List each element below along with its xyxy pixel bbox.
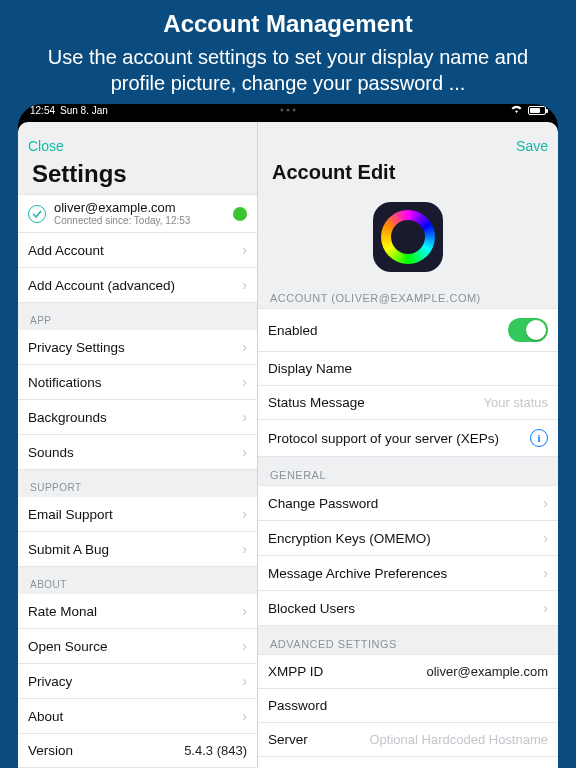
- add-account-row[interactable]: Add Account ›: [18, 233, 257, 268]
- email-support-row[interactable]: Email Support›: [18, 497, 257, 532]
- archive-prefs-row[interactable]: Message Archive Preferences›: [258, 556, 558, 591]
- battery-icon: [528, 106, 546, 115]
- chevron-right-icon: ›: [242, 673, 247, 689]
- sounds-row[interactable]: Sounds›: [18, 435, 257, 470]
- info-icon[interactable]: i: [530, 429, 548, 447]
- privacy-settings-row[interactable]: Privacy Settings›: [18, 330, 257, 365]
- add-account-advanced-row[interactable]: Add Account (advanced) ›: [18, 268, 257, 303]
- display-name-label: Display Name: [268, 361, 352, 376]
- open-source-row[interactable]: Open Source›: [18, 629, 257, 664]
- display-name-row[interactable]: Display Name: [258, 352, 558, 386]
- chevron-right-icon: ›: [242, 708, 247, 724]
- group-header-general: GENERAL: [258, 457, 558, 485]
- backgrounds-row[interactable]: Backgrounds›: [18, 400, 257, 435]
- enabled-label: Enabled: [268, 323, 318, 338]
- chevron-right-icon: ›: [543, 565, 548, 581]
- blocked-users-row[interactable]: Blocked Users›: [258, 591, 558, 626]
- xeps-row[interactable]: Protocol support of your server (XEPs) i: [258, 420, 558, 457]
- group-header-about: ABOUT: [18, 567, 257, 594]
- notifications-row[interactable]: Notifications›: [18, 365, 257, 400]
- group-header-account: ACCOUNT (OLIVER@EXAMPLE.COM): [258, 280, 558, 308]
- version-label: Version: [28, 743, 73, 758]
- rate-row[interactable]: Rate Monal›: [18, 594, 257, 629]
- account-row[interactable]: oliver@example.com Connected since: Toda…: [18, 194, 257, 233]
- enabled-row: Enabled: [258, 308, 558, 352]
- add-account-label: Add Account: [28, 243, 104, 258]
- chevron-right-icon: ›: [242, 603, 247, 619]
- chevron-right-icon: ›: [543, 600, 548, 616]
- chevron-right-icon: ›: [242, 541, 247, 557]
- chevron-right-icon: ›: [242, 506, 247, 522]
- status-message-label: Status Message: [268, 395, 365, 410]
- password-label: Password: [268, 698, 327, 713]
- multitask-indicator: [281, 109, 296, 112]
- hero-title: Account Management: [0, 10, 576, 38]
- status-date: Sun 8. Jan: [60, 105, 108, 116]
- close-button[interactable]: Close: [28, 138, 64, 154]
- encryption-keys-row[interactable]: Encryption Keys (OMEMO)›: [258, 521, 558, 556]
- about-row[interactable]: About›: [18, 699, 257, 734]
- hero-subtitle: Use the account settings to set your dis…: [0, 38, 576, 104]
- xeps-label: Protocol support of your server (XEPs): [268, 431, 499, 446]
- chevron-right-icon: ›: [242, 638, 247, 654]
- save-button[interactable]: Save: [516, 138, 548, 154]
- group-header-support: SUPPORT: [18, 470, 257, 497]
- group-header-advanced: ADVANCED SETTINGS: [258, 626, 558, 654]
- enabled-toggle[interactable]: [508, 318, 548, 342]
- chevron-right-icon: ›: [242, 374, 247, 390]
- settings-title: Settings: [18, 158, 257, 194]
- check-icon: [28, 205, 46, 223]
- device-frame: 12:54 Sun 8. Jan Close Settings: [18, 104, 558, 768]
- chevron-right-icon: ›: [242, 444, 247, 460]
- privacy-row[interactable]: Privacy›: [18, 664, 257, 699]
- xmpp-id-row[interactable]: XMPP ID oliver@example.com: [258, 654, 558, 689]
- chevron-right-icon: ›: [242, 277, 247, 293]
- group-header-app: APP: [18, 303, 257, 330]
- server-row[interactable]: Server Optional Hardcoded Hostname: [258, 723, 558, 757]
- status-bar: 12:54 Sun 8. Jan: [18, 104, 558, 116]
- chevron-right-icon: ›: [242, 339, 247, 355]
- add-account-advanced-label: Add Account (advanced): [28, 278, 175, 293]
- wifi-icon: [510, 104, 523, 116]
- presence-indicator: [233, 207, 247, 221]
- server-placeholder: Optional Hardcoded Hostname: [370, 732, 549, 747]
- change-password-row[interactable]: Change Password›: [258, 485, 558, 521]
- status-message-row[interactable]: Status Message Your status: [258, 386, 558, 420]
- account-edit-pane: Save Account Edit ACCOUNT (OLIVER@EXAMPL…: [258, 122, 558, 768]
- chevron-right-icon: ›: [543, 495, 548, 511]
- chevron-right-icon: ›: [242, 242, 247, 258]
- chevron-right-icon: ›: [543, 530, 548, 546]
- account-email: oliver@example.com: [54, 201, 225, 215]
- submit-bug-row[interactable]: Submit A Bug›: [18, 532, 257, 567]
- settings-pane: Close Settings oliver@example.com Connec…: [18, 122, 258, 768]
- avatar[interactable]: [373, 202, 443, 272]
- server-label: Server: [268, 732, 308, 747]
- version-value: 5.4.3 (843): [184, 743, 247, 758]
- status-time: 12:54: [30, 105, 55, 116]
- account-edit-title: Account Edit: [258, 158, 558, 190]
- password-row[interactable]: Password: [258, 689, 558, 723]
- port-row[interactable]: Port 5222: [258, 757, 558, 768]
- account-connected: Connected since: Today, 12:53: [54, 215, 225, 226]
- xmpp-id-value: oliver@example.com: [426, 664, 548, 679]
- xmpp-id-label: XMPP ID: [268, 664, 323, 679]
- chevron-right-icon: ›: [242, 409, 247, 425]
- status-placeholder: Your status: [483, 395, 548, 410]
- version-row: Version 5.4.3 (843): [18, 734, 257, 768]
